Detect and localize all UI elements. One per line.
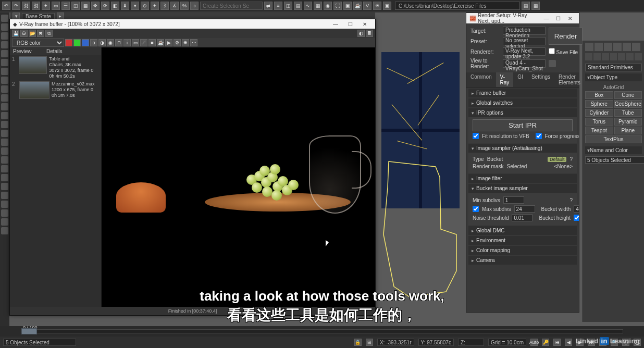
play-back-icon[interactable]: ◀ xyxy=(565,339,572,346)
maximize-button[interactable]: ☐ xyxy=(343,20,357,28)
undo-icon[interactable]: ↶ xyxy=(2,2,10,10)
sampler-type-dropdown[interactable]: Bucket xyxy=(487,156,529,162)
strip-icon[interactable] xyxy=(1,130,8,137)
obj-box[interactable]: Box xyxy=(585,91,613,99)
strip-icon[interactable] xyxy=(1,85,8,93)
obj-sphere[interactable]: Sphere xyxy=(585,100,613,108)
lock-bucket-height-check[interactable] xyxy=(574,215,579,221)
object-name-field[interactable] xyxy=(585,156,644,164)
autogrid-check[interactable]: AutoGrid xyxy=(585,83,642,91)
slider-knob[interactable] xyxy=(21,328,37,334)
time-slider[interactable]: 0 / 100 xyxy=(0,326,644,337)
slider-track[interactable] xyxy=(21,329,623,333)
modify-tab-icon[interactable] xyxy=(595,43,603,51)
setkey-icon[interactable]: 🔑 xyxy=(542,339,549,346)
tab-vray[interactable]: V-Ray xyxy=(496,72,514,87)
clear-icon[interactable]: ✖ xyxy=(37,30,44,37)
rs-body[interactable]: Frame buffer Global switches IPR options… xyxy=(466,88,579,312)
noise-thresh-field[interactable] xyxy=(512,214,532,221)
extra1-icon[interactable]: ▤ xyxy=(522,2,530,10)
rollout-image-filter[interactable]: Image filter xyxy=(468,174,577,183)
mirror-icon[interactable]: ⇄ xyxy=(264,2,273,10)
obj-tube[interactable]: Tube xyxy=(614,109,642,117)
render-setup-window[interactable]: 🧱 Render Setup: V-Ray Next, upd... — ☐ ✕… xyxy=(466,13,579,313)
rollout-global-switches[interactable]: Global switches xyxy=(468,98,577,107)
render-setup-icon[interactable]: ⛶ xyxy=(333,2,342,10)
strip-icon[interactable] xyxy=(1,227,8,234)
lock-selection-icon[interactable]: 🔒 xyxy=(354,339,362,346)
vfb-titlebar[interactable]: ◆ V-Ray frame buffer - [100% of 3072 x 3… xyxy=(10,19,375,29)
strip-icon[interactable] xyxy=(1,94,8,102)
rollout-cmap[interactable]: Color mapping xyxy=(468,246,577,255)
layer-explorer-icon[interactable]: ▤ xyxy=(294,2,302,10)
minimize-button[interactable]: — xyxy=(540,14,552,22)
pivot-icon[interactable]: ⊙ xyxy=(141,2,149,10)
vfb-render-view[interactable] xyxy=(102,47,375,307)
ipr-icon[interactable]: ▶ xyxy=(165,39,172,46)
save-image-icon[interactable]: 💾 xyxy=(12,30,19,37)
stop-icon[interactable]: ■ xyxy=(148,39,156,46)
strip-icon[interactable] xyxy=(1,59,8,66)
obj-cylinder[interactable]: Cylinder xyxy=(585,109,613,117)
align-icon[interactable]: ≡ xyxy=(274,2,282,10)
preset-dropdown[interactable]: No preset selected xyxy=(503,37,546,45)
window-cross-icon[interactable]: ▦ xyxy=(81,2,90,10)
spinner-snap-icon[interactable]: ⟐ xyxy=(190,2,199,10)
lock-view-icon[interactable] xyxy=(549,60,556,67)
save-all-icon[interactable]: ⛁ xyxy=(20,30,28,37)
project-path-field[interactable] xyxy=(395,2,520,10)
render-last-icon[interactable]: ☕ xyxy=(157,39,164,46)
scale-icon[interactable]: ◧ xyxy=(111,2,119,10)
pct-snap-icon[interactable]: % xyxy=(180,2,189,10)
render-mask-dropdown[interactable]: Selected xyxy=(506,164,543,169)
place-icon[interactable]: ⬇ xyxy=(121,2,129,10)
strip-icon[interactable] xyxy=(1,103,8,110)
alpha-channel-icon[interactable]: α xyxy=(90,39,97,46)
obj-teapot[interactable]: Teapot xyxy=(585,127,613,134)
strip-icon[interactable] xyxy=(1,165,8,172)
rollout-antialias[interactable]: Image sampler (Antialiasing) xyxy=(468,144,577,153)
obj-cone[interactable]: Cone xyxy=(614,91,642,99)
fit-res-check[interactable] xyxy=(473,133,479,139)
render-icon[interactable]: ☕ xyxy=(353,2,362,10)
material-editor-icon[interactable]: ◉ xyxy=(324,2,332,10)
lights-icon[interactable] xyxy=(602,53,609,60)
layers-icon[interactable]: ◫ xyxy=(284,2,292,10)
motion-tab-icon[interactable] xyxy=(613,43,622,51)
obj-textplus[interactable]: TextPlus xyxy=(585,135,642,143)
vfbmore-icon[interactable]: ⋯ xyxy=(190,39,197,46)
curve-editor-icon[interactable]: ∿ xyxy=(304,2,312,10)
green-channel-icon[interactable] xyxy=(73,39,81,46)
load-image-icon[interactable]: 📂 xyxy=(29,30,36,37)
min-subdivs-field[interactable] xyxy=(503,196,524,204)
strip-icon[interactable] xyxy=(1,209,8,217)
unlink-icon[interactable]: ⛓ xyxy=(32,2,40,10)
rollout-ipr[interactable]: IPR options xyxy=(468,108,577,117)
close-button[interactable]: ✕ xyxy=(357,20,372,28)
select-region-icon[interactable]: ◫ xyxy=(71,2,80,10)
strip-icon[interactable] xyxy=(1,50,8,57)
obj-pyramid[interactable]: Pyramid xyxy=(614,118,642,126)
renderer-dropdown[interactable]: V-Ray Next, update 3.2 xyxy=(503,47,546,56)
snap-icon[interactable]: 𝟛 xyxy=(160,2,169,10)
render-button[interactable]: Render xyxy=(549,28,583,45)
coord-z[interactable]: Z: xyxy=(458,339,484,346)
tab-settings[interactable]: Settings xyxy=(527,72,554,87)
utilities-tab-icon[interactable] xyxy=(632,43,640,51)
strip-icon[interactable] xyxy=(1,41,8,48)
coord-x[interactable]: X: -393.3251r xyxy=(377,339,414,346)
strip-icon[interactable] xyxy=(1,68,8,75)
debug-shading-icon[interactable]: ⚙ xyxy=(174,39,181,46)
manip-icon[interactable]: ✦ xyxy=(151,2,159,10)
history-item[interactable]: 1 Table and Chairs_3K.max 3072 x 3072, f… xyxy=(10,55,101,80)
channel-dropdown[interactable]: RGB color xyxy=(12,39,64,47)
link-icon[interactable]: ⛓ xyxy=(22,2,30,10)
render-frame-icon[interactable]: ▣ xyxy=(343,2,352,10)
strip-icon[interactable] xyxy=(1,174,8,181)
strip-icon[interactable] xyxy=(1,156,8,164)
strip-icon[interactable] xyxy=(1,32,8,40)
vray-cam-icon[interactable]: ▣ xyxy=(383,2,391,10)
helpers-icon[interactable] xyxy=(618,53,625,60)
systems-icon[interactable] xyxy=(635,53,642,60)
rollout-gdmc[interactable]: Global DMC xyxy=(468,226,577,235)
